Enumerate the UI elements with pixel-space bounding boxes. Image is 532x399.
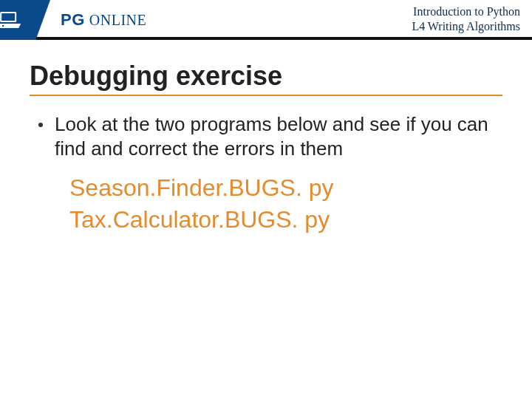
brand-logo-block: PG ONLINE: [0, 0, 146, 40]
laptop-icon: [0, 10, 22, 30]
file-name: Tax.Calculator.BUGS. py: [69, 204, 505, 236]
bullet-item: Look at the two programs below and see i…: [38, 112, 505, 162]
file-name: Season.Finder.BUGS. py: [69, 172, 505, 204]
bullet-dot-icon: [38, 123, 43, 127]
brand-name-bold: PG: [61, 10, 85, 30]
file-list: Season.Finder.BUGS. py Tax.Calculator.BU…: [69, 172, 505, 236]
logo-background-shape: [0, 0, 50, 40]
brand-name-light: ONLINE: [89, 12, 146, 29]
brand-text: PG ONLINE: [61, 0, 146, 40]
slide-content: Debugging exercise Look at the two progr…: [0, 40, 532, 236]
slide-title: Debugging exercise: [30, 61, 502, 96]
slide-header: PG ONLINE Introduction to Python L4 Writ…: [0, 0, 532, 40]
lesson-title: L4 Writing Algorithms: [412, 19, 520, 34]
bullet-text: Look at the two programs below and see i…: [55, 112, 491, 162]
svg-rect-1: [1, 13, 15, 21]
course-title: Introduction to Python: [412, 4, 520, 19]
svg-point-2: [2, 25, 4, 27]
course-label: Introduction to Python L4 Writing Algori…: [412, 4, 520, 34]
